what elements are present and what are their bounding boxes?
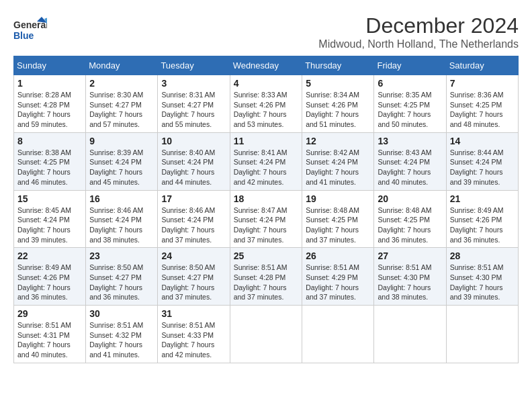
calendar-day-11: 11 Sunrise: 8:41 AMSunset: 4:24 PMDaylig… <box>230 132 302 190</box>
calendar-day-27: 27 Sunrise: 8:51 AMSunset: 4:30 PMDaylig… <box>374 248 446 306</box>
month-title: December 2024 <box>318 13 519 38</box>
day-info: Sunrise: 8:31 AMSunset: 4:27 PMDaylight:… <box>161 91 215 128</box>
day-number: 15 <box>17 193 82 204</box>
day-number: 14 <box>450 136 515 146</box>
day-info: Sunrise: 8:51 AMSunset: 4:33 PMDaylight:… <box>161 321 215 359</box>
day-info: Sunrise: 8:36 AMSunset: 4:25 PMDaylight:… <box>450 91 504 128</box>
calendar-day-22: 22 Sunrise: 8:49 AMSunset: 4:26 PMDaylig… <box>14 248 86 306</box>
calendar-day-20: 20 Sunrise: 8:48 AMSunset: 4:25 PMDaylig… <box>374 190 446 248</box>
calendar-day-18: 18 Sunrise: 8:47 AMSunset: 4:24 PMDaylig… <box>230 190 302 248</box>
title-block: December 2024 Midwoud, North Holland, Th… <box>318 13 519 50</box>
day-number: 25 <box>234 250 299 261</box>
day-info: Sunrise: 8:39 AMSunset: 4:24 PMDaylight:… <box>89 148 143 186</box>
calendar-day-16: 16 Sunrise: 8:46 AMSunset: 4:24 PMDaylig… <box>86 190 158 248</box>
calendar-day-28: 28 Sunrise: 8:51 AMSunset: 4:30 PMDaylig… <box>446 248 518 306</box>
day-info: Sunrise: 8:51 AMSunset: 4:28 PMDaylight:… <box>234 263 287 301</box>
day-info: Sunrise: 8:49 AMSunset: 4:26 PMDaylight:… <box>17 263 71 301</box>
empty-day <box>446 306 518 363</box>
day-number: 17 <box>161 193 226 204</box>
day-info: Sunrise: 8:44 AMSunset: 4:24 PMDaylight:… <box>450 148 504 186</box>
day-info: Sunrise: 8:48 AMSunset: 4:25 PMDaylight:… <box>378 206 431 244</box>
empty-day <box>230 306 302 363</box>
calendar-day-29: 29 Sunrise: 8:51 AMSunset: 4:31 PMDaylig… <box>14 306 86 363</box>
empty-day <box>302 306 374 363</box>
calendar-day-26: 26 Sunrise: 8:51 AMSunset: 4:29 PMDaylig… <box>302 248 374 306</box>
svg-text:Blue: Blue <box>13 30 34 41</box>
calendar-day-14: 14 Sunrise: 8:44 AMSunset: 4:24 PMDaylig… <box>446 132 518 190</box>
weekday-header-thursday: Thursday <box>302 56 374 75</box>
day-number: 8 <box>17 136 82 146</box>
calendar-day-24: 24 Sunrise: 8:50 AMSunset: 4:27 PMDaylig… <box>158 248 230 306</box>
day-info: Sunrise: 8:33 AMSunset: 4:26 PMDaylight:… <box>234 91 287 128</box>
weekday-header-friday: Friday <box>374 56 446 75</box>
day-number: 11 <box>234 136 299 146</box>
day-number: 19 <box>306 193 370 204</box>
day-info: Sunrise: 8:51 AMSunset: 4:32 PMDaylight:… <box>89 321 143 359</box>
day-info: Sunrise: 8:48 AMSunset: 4:25 PMDaylight:… <box>306 206 359 244</box>
day-number: 30 <box>89 308 154 319</box>
day-info: Sunrise: 8:45 AMSunset: 4:24 PMDaylight:… <box>17 206 71 244</box>
day-number: 21 <box>450 193 515 204</box>
day-number: 6 <box>378 78 442 89</box>
day-number: 23 <box>89 250 154 261</box>
day-number: 1 <box>17 78 82 89</box>
day-info: Sunrise: 8:47 AMSunset: 4:24 PMDaylight:… <box>234 206 287 244</box>
page-header: General Blue December 2024 Midwoud, Nort… <box>13 13 519 50</box>
weekday-header-sunday: Sunday <box>14 56 86 75</box>
day-number: 13 <box>378 136 442 146</box>
calendar-day-9: 9 Sunrise: 8:39 AMSunset: 4:24 PMDayligh… <box>86 132 158 190</box>
day-number: 9 <box>89 136 154 146</box>
weekday-header-saturday: Saturday <box>446 56 518 75</box>
day-info: Sunrise: 8:46 AMSunset: 4:24 PMDaylight:… <box>161 206 215 244</box>
day-info: Sunrise: 8:46 AMSunset: 4:24 PMDaylight:… <box>89 206 143 244</box>
weekday-header-tuesday: Tuesday <box>158 56 230 75</box>
day-info: Sunrise: 8:28 AMSunset: 4:28 PMDaylight:… <box>17 91 71 128</box>
calendar-week-2: 8 Sunrise: 8:38 AMSunset: 4:25 PMDayligh… <box>14 132 519 190</box>
day-info: Sunrise: 8:51 AMSunset: 4:30 PMDaylight:… <box>450 263 504 301</box>
logo-icon: General Blue <box>13 13 47 44</box>
empty-day <box>374 306 446 363</box>
day-info: Sunrise: 8:51 AMSunset: 4:29 PMDaylight:… <box>306 263 359 301</box>
day-info: Sunrise: 8:34 AMSunset: 4:26 PMDaylight:… <box>306 91 359 128</box>
calendar-day-5: 5 Sunrise: 8:34 AMSunset: 4:26 PMDayligh… <box>302 75 374 133</box>
weekday-header-monday: Monday <box>86 56 158 75</box>
day-number: 29 <box>17 308 82 319</box>
day-number: 18 <box>234 193 299 204</box>
day-info: Sunrise: 8:51 AMSunset: 4:31 PMDaylight:… <box>17 321 71 359</box>
location-title: Midwoud, North Holland, The Netherlands <box>318 38 519 50</box>
day-info: Sunrise: 8:40 AMSunset: 4:24 PMDaylight:… <box>161 148 215 186</box>
calendar-day-1: 1 Sunrise: 8:28 AMSunset: 4:28 PMDayligh… <box>14 75 86 133</box>
calendar-day-31: 31 Sunrise: 8:51 AMSunset: 4:33 PMDaylig… <box>158 306 230 363</box>
calendar-week-1: 1 Sunrise: 8:28 AMSunset: 4:28 PMDayligh… <box>14 75 519 133</box>
calendar-day-3: 3 Sunrise: 8:31 AMSunset: 4:27 PMDayligh… <box>158 75 230 133</box>
day-info: Sunrise: 8:38 AMSunset: 4:25 PMDaylight:… <box>17 148 71 186</box>
calendar-day-8: 8 Sunrise: 8:38 AMSunset: 4:25 PMDayligh… <box>14 132 86 190</box>
day-number: 22 <box>17 250 82 261</box>
calendar-week-5: 29 Sunrise: 8:51 AMSunset: 4:31 PMDaylig… <box>14 306 519 363</box>
day-number: 5 <box>306 78 370 89</box>
calendar-day-15: 15 Sunrise: 8:45 AMSunset: 4:24 PMDaylig… <box>14 190 86 248</box>
calendar-day-21: 21 Sunrise: 8:49 AMSunset: 4:26 PMDaylig… <box>446 190 518 248</box>
day-info: Sunrise: 8:50 AMSunset: 4:27 PMDaylight:… <box>89 263 143 301</box>
calendar-day-10: 10 Sunrise: 8:40 AMSunset: 4:24 PMDaylig… <box>158 132 230 190</box>
day-number: 2 <box>89 78 154 89</box>
calendar-day-19: 19 Sunrise: 8:48 AMSunset: 4:25 PMDaylig… <box>302 190 374 248</box>
day-number: 12 <box>306 136 370 146</box>
day-number: 4 <box>234 78 299 89</box>
day-info: Sunrise: 8:51 AMSunset: 4:30 PMDaylight:… <box>378 263 431 301</box>
day-info: Sunrise: 8:43 AMSunset: 4:24 PMDaylight:… <box>378 148 431 186</box>
calendar-table: SundayMondayTuesdayWednesdayThursdayFrid… <box>13 56 519 363</box>
day-number: 26 <box>306 250 370 261</box>
day-info: Sunrise: 8:30 AMSunset: 4:27 PMDaylight:… <box>89 91 143 128</box>
calendar-week-4: 22 Sunrise: 8:49 AMSunset: 4:26 PMDaylig… <box>14 248 519 306</box>
logo: General Blue <box>13 13 47 44</box>
day-info: Sunrise: 8:49 AMSunset: 4:26 PMDaylight:… <box>450 206 504 244</box>
day-info: Sunrise: 8:35 AMSunset: 4:25 PMDaylight:… <box>378 91 431 128</box>
day-number: 27 <box>378 250 442 261</box>
calendar-day-2: 2 Sunrise: 8:30 AMSunset: 4:27 PMDayligh… <box>86 75 158 133</box>
calendar-day-30: 30 Sunrise: 8:51 AMSunset: 4:32 PMDaylig… <box>86 306 158 363</box>
day-number: 16 <box>89 193 154 204</box>
calendar-day-23: 23 Sunrise: 8:50 AMSunset: 4:27 PMDaylig… <box>86 248 158 306</box>
calendar-day-6: 6 Sunrise: 8:35 AMSunset: 4:25 PMDayligh… <box>374 75 446 133</box>
day-number: 28 <box>450 250 515 261</box>
